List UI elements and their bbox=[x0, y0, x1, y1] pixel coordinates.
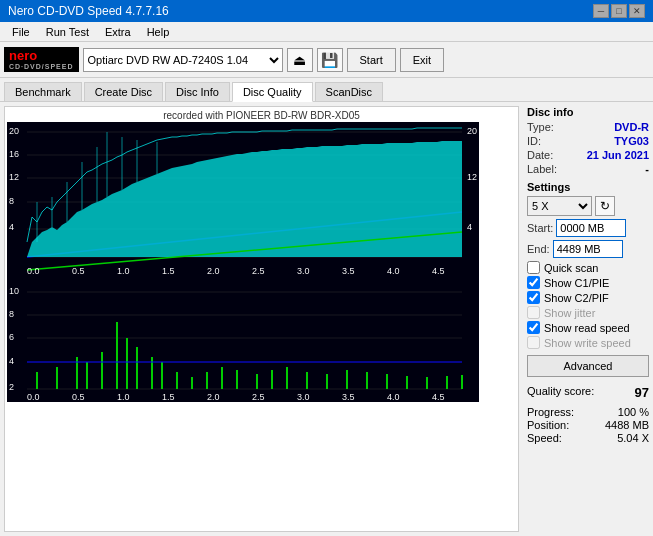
tab-benchmark[interactable]: Benchmark bbox=[4, 82, 82, 101]
position-label: Position: bbox=[527, 419, 569, 431]
show-write-speed-label: Show write speed bbox=[544, 337, 631, 349]
svg-text:4: 4 bbox=[9, 222, 14, 232]
eject-icon[interactable]: ⏏ bbox=[287, 48, 313, 72]
disc-type-label: Type: bbox=[527, 121, 554, 133]
svg-text:2.0: 2.0 bbox=[207, 266, 220, 276]
start-button[interactable]: Start bbox=[347, 48, 396, 72]
svg-text:0.0: 0.0 bbox=[27, 266, 40, 276]
toolbar: nero CD·DVD/SPEED Optiarc DVD RW AD-7240… bbox=[0, 42, 653, 78]
start-row: Start: bbox=[527, 219, 649, 237]
drive-select[interactable]: Optiarc DVD RW AD-7240S 1.04 bbox=[83, 48, 283, 72]
end-row: End: bbox=[527, 240, 649, 258]
svg-text:4.5: 4.5 bbox=[432, 266, 445, 276]
disc-id-value: TYG03 bbox=[614, 135, 649, 147]
menu-run-test[interactable]: Run Test bbox=[38, 24, 97, 40]
main-content: recorded with PIONEER BD-RW BDR-XD05 20 … bbox=[0, 102, 653, 536]
pif-chart: 10 8 6 4 2 bbox=[7, 282, 479, 402]
show-jitter-checkbox[interactable] bbox=[527, 306, 540, 319]
show-c2pif-checkbox[interactable] bbox=[527, 291, 540, 304]
quality-score-row: Quality score: 97 bbox=[527, 385, 649, 400]
progress-value: 100 % bbox=[618, 406, 649, 418]
close-btn[interactable]: ✕ bbox=[629, 4, 645, 18]
show-read-speed-row: Show read speed bbox=[527, 321, 649, 334]
disc-id-row: ID: TYG03 bbox=[527, 135, 649, 147]
disc-info-title: Disc info bbox=[527, 106, 649, 118]
menu-file[interactable]: File bbox=[4, 24, 38, 40]
svg-text:3.0: 3.0 bbox=[297, 392, 310, 402]
menu-extra[interactable]: Extra bbox=[97, 24, 139, 40]
disc-type-value: DVD-R bbox=[614, 121, 649, 133]
maximize-btn[interactable]: □ bbox=[611, 4, 627, 18]
end-field[interactable] bbox=[553, 240, 623, 258]
quality-score-label: Quality score: bbox=[527, 385, 594, 400]
svg-text:20: 20 bbox=[467, 126, 477, 136]
advanced-button[interactable]: Advanced bbox=[527, 355, 649, 377]
svg-text:6: 6 bbox=[9, 332, 14, 342]
svg-text:20: 20 bbox=[9, 126, 19, 136]
position-value: 4488 MB bbox=[605, 419, 649, 431]
svg-text:4.5: 4.5 bbox=[432, 392, 445, 402]
svg-text:12: 12 bbox=[9, 172, 19, 182]
settings-box: Settings 5 X Max 1 X 2 X 4 X 8 X ↻ Start… bbox=[527, 181, 649, 377]
show-write-speed-row: Show write speed bbox=[527, 336, 649, 349]
svg-text:2.0: 2.0 bbox=[207, 392, 220, 402]
svg-text:8: 8 bbox=[9, 196, 14, 206]
show-read-speed-label: Show read speed bbox=[544, 322, 630, 334]
quick-scan-row: Quick scan bbox=[527, 261, 649, 274]
show-c1pie-row: Show C1/PIE bbox=[527, 276, 649, 289]
svg-text:3.0: 3.0 bbox=[297, 266, 310, 276]
quality-score-section: Quality score: 97 bbox=[527, 385, 649, 400]
tab-create-disc[interactable]: Create Disc bbox=[84, 82, 163, 101]
svg-text:2: 2 bbox=[9, 382, 14, 392]
svg-text:4: 4 bbox=[467, 222, 472, 232]
menu-bar: File Run Test Extra Help bbox=[0, 22, 653, 42]
disc-label-row: Label: - bbox=[527, 163, 649, 175]
disc-id-label: ID: bbox=[527, 135, 541, 147]
show-read-speed-checkbox[interactable] bbox=[527, 321, 540, 334]
tab-disc-quality[interactable]: Disc Quality bbox=[232, 82, 313, 102]
disc-type-row: Type: DVD-R bbox=[527, 121, 649, 133]
quick-scan-label: Quick scan bbox=[544, 262, 598, 274]
quick-scan-checkbox[interactable] bbox=[527, 261, 540, 274]
start-field[interactable] bbox=[556, 219, 626, 237]
exit-button[interactable]: Exit bbox=[400, 48, 444, 72]
progress-label: Progress: bbox=[527, 406, 574, 418]
svg-text:16: 16 bbox=[9, 149, 19, 159]
start-label: Start: bbox=[527, 222, 553, 234]
progress-section: Progress: 100 % Position: 4488 MB Speed:… bbox=[527, 406, 649, 444]
refresh-button[interactable]: ↻ bbox=[595, 196, 615, 216]
right-panel: Disc info Type: DVD-R ID: TYG03 Date: 21… bbox=[523, 102, 653, 536]
minimize-btn[interactable]: ─ bbox=[593, 4, 609, 18]
chart-area: recorded with PIONEER BD-RW BDR-XD05 20 … bbox=[4, 106, 519, 532]
svg-text:3.5: 3.5 bbox=[342, 266, 355, 276]
svg-text:1.5: 1.5 bbox=[162, 392, 175, 402]
svg-text:3.5: 3.5 bbox=[342, 392, 355, 402]
pif-chart-container: 10 8 6 4 2 bbox=[7, 282, 516, 402]
disc-date-label: Date: bbox=[527, 149, 553, 161]
show-c1pie-checkbox[interactable] bbox=[527, 276, 540, 289]
disc-date-value: 21 Jun 2021 bbox=[587, 149, 649, 161]
pie-chart: 20 16 12 8 4 20 12 4 bbox=[7, 122, 479, 282]
show-write-speed-checkbox[interactable] bbox=[527, 336, 540, 349]
speed-select[interactable]: 5 X Max 1 X 2 X 4 X 8 X bbox=[527, 196, 592, 216]
position-row: Position: 4488 MB bbox=[527, 419, 649, 431]
speed-label: Speed: bbox=[527, 432, 562, 444]
nero-logo: nero CD·DVD/SPEED bbox=[4, 47, 79, 73]
save-icon[interactable]: 💾 bbox=[317, 48, 343, 72]
svg-text:0.5: 0.5 bbox=[72, 266, 85, 276]
tab-scan-disc[interactable]: ScanDisc bbox=[315, 82, 383, 101]
svg-text:12: 12 bbox=[467, 172, 477, 182]
settings-title: Settings bbox=[527, 181, 649, 193]
tab-disc-info[interactable]: Disc Info bbox=[165, 82, 230, 101]
window-controls[interactable]: ─ □ ✕ bbox=[593, 4, 645, 18]
disc-label-value: - bbox=[645, 163, 649, 175]
disc-label-label: Label: bbox=[527, 163, 557, 175]
menu-help[interactable]: Help bbox=[139, 24, 178, 40]
speed-row: 5 X Max 1 X 2 X 4 X 8 X ↻ bbox=[527, 196, 649, 216]
svg-text:1.5: 1.5 bbox=[162, 266, 175, 276]
quality-score-value: 97 bbox=[635, 385, 649, 400]
show-jitter-label: Show jitter bbox=[544, 307, 595, 319]
disc-date-row: Date: 21 Jun 2021 bbox=[527, 149, 649, 161]
chart-title: recorded with PIONEER BD-RW BDR-XD05 bbox=[7, 109, 516, 122]
title-bar: Nero CD-DVD Speed 4.7.7.16 ─ □ ✕ bbox=[0, 0, 653, 22]
